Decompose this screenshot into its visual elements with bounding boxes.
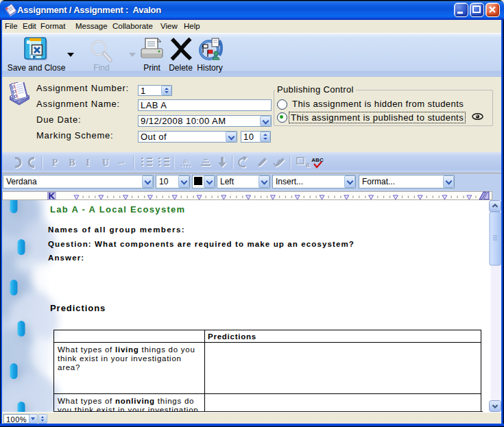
svg-text:a↓: a↓ (183, 158, 190, 164)
svg-text:B: B (69, 158, 75, 168)
svg-text:a: a (306, 161, 310, 169)
svg-text:P: P (52, 158, 58, 168)
svg-text:I: I (86, 158, 89, 168)
svg-text:“”: “” (119, 160, 125, 167)
svg-text:U: U (102, 158, 109, 168)
